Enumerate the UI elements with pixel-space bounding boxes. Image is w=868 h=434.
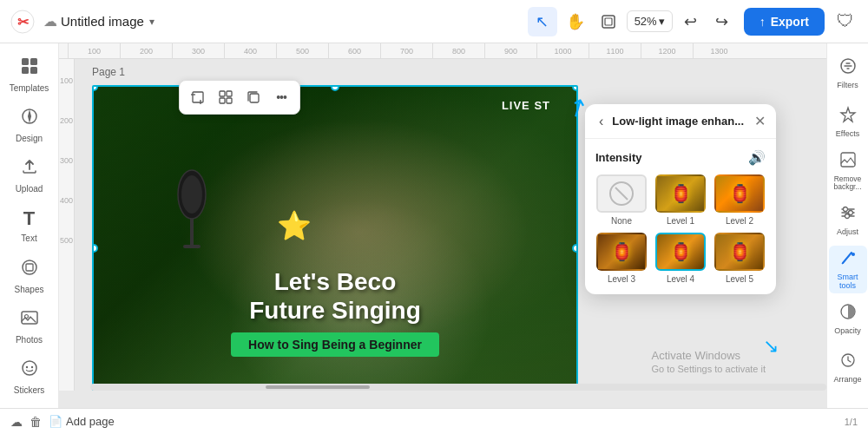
text-icon: T bbox=[23, 207, 35, 230]
filters-label: Filters bbox=[837, 82, 858, 90]
zoom-control[interactable]: 52% ▾ bbox=[627, 10, 673, 32]
frame-tool-btn[interactable] bbox=[594, 7, 623, 36]
rp-smart-tools[interactable]: Smart tools bbox=[829, 246, 867, 294]
redo-btn[interactable]: ↪ bbox=[707, 7, 737, 36]
rp-effects[interactable]: Effects bbox=[829, 99, 867, 146]
ruler-left: 100 200 300 400 500 bbox=[59, 59, 75, 391]
grid-btn[interactable] bbox=[213, 84, 239, 110]
rp-filters[interactable]: Filters bbox=[829, 50, 867, 97]
level-none-label: None bbox=[611, 216, 632, 226]
hand-tool-btn[interactable]: ✋ bbox=[561, 7, 590, 36]
star-decoration: ⭐ bbox=[277, 209, 312, 242]
svg-point-14 bbox=[25, 365, 27, 367]
app-logo[interactable]: ✂ bbox=[9, 8, 36, 36]
level-2[interactable]: 🏮 Level 2 bbox=[713, 174, 766, 226]
arrange-icon bbox=[839, 352, 857, 373]
duplicate-btn[interactable] bbox=[240, 84, 266, 110]
undo-btn[interactable]: ↩ bbox=[676, 7, 706, 36]
canvas-content[interactable]: LIVE ST ⭐ Let's BecoFuture Singing How t… bbox=[92, 85, 578, 391]
canvas-main-title: Let's BecoFuture Singing bbox=[102, 267, 568, 326]
lowlight-panel: ‹ Low-light image enhan... ✕ Intensity 🔊… bbox=[585, 104, 776, 294]
smart-tools-icon bbox=[839, 249, 857, 271]
sidebar-item-photos[interactable]: Photos bbox=[3, 302, 56, 351]
canvas-scrollbar[interactable] bbox=[90, 384, 826, 391]
save-to-cloud-btn[interactable]: ☁ bbox=[10, 415, 23, 429]
rp-adjust[interactable]: Adjust bbox=[829, 197, 867, 244]
photos-label: Photos bbox=[16, 335, 43, 345]
stickers-icon bbox=[20, 358, 39, 382]
volume-icon: 🔊 bbox=[748, 149, 766, 166]
add-page-btn[interactable]: 📄 Add page bbox=[49, 415, 115, 428]
opacity-label: Opacity bbox=[834, 327, 861, 336]
panel-back-button[interactable]: ‹ bbox=[595, 114, 607, 129]
topbar-tools: ↖ ✋ 52% ▾ ↩ ↪ bbox=[528, 7, 737, 36]
sidebar-item-upload[interactable]: Upload bbox=[3, 151, 56, 200]
svg-rect-25 bbox=[220, 98, 225, 103]
photos-icon bbox=[20, 308, 39, 332]
sidebar-item-stickers[interactable]: Stickers bbox=[3, 352, 56, 401]
canvas-sub-banner: How to Sing Being a Beginner bbox=[231, 332, 439, 357]
level-5[interactable]: 🏮 Level 5 bbox=[713, 233, 766, 284]
svg-rect-10 bbox=[26, 264, 33, 271]
scrollbar-thumb[interactable] bbox=[266, 385, 370, 389]
svg-rect-34 bbox=[841, 153, 855, 167]
panel-body: Intensity 🔊 None 🏮 bbox=[585, 139, 776, 294]
lantern-icon-5: 🏮 bbox=[729, 241, 751, 262]
mic-decoration bbox=[166, 151, 218, 273]
title-area[interactable]: ☁ Untitled image ▾ bbox=[43, 13, 155, 30]
lantern-icon-3: 🏮 bbox=[611, 241, 633, 262]
templates-icon bbox=[20, 56, 39, 80]
rp-opacity[interactable]: Opacity bbox=[829, 295, 867, 342]
level-1-thumb: 🏮 bbox=[655, 174, 706, 213]
crop-btn[interactable] bbox=[185, 84, 211, 110]
level-3[interactable]: 🏮 Level 3 bbox=[595, 233, 648, 284]
zoom-label: 52% bbox=[635, 15, 657, 28]
left-sidebar: Templates Design Upload T Text Shapes bbox=[0, 43, 59, 408]
adjust-icon bbox=[839, 204, 857, 226]
level-5-thumb: 🏮 bbox=[714, 233, 765, 271]
sidebar-item-templates[interactable]: Templates bbox=[3, 50, 56, 99]
sidebar-item-design[interactable]: Design bbox=[3, 101, 56, 149]
svg-point-41 bbox=[852, 253, 855, 256]
level-4-label: Level 4 bbox=[667, 274, 694, 284]
rp-arrange[interactable]: Arrange bbox=[829, 344, 867, 391]
svg-rect-3 bbox=[605, 18, 612, 25]
remove-bg-icon bbox=[839, 151, 857, 173]
right-panel: Filters Effects Remove backgr... Adjust … bbox=[826, 43, 868, 408]
templates-label: Templates bbox=[10, 83, 49, 94]
level-1[interactable]: 🏮 Level 1 bbox=[654, 174, 707, 226]
svg-marker-33 bbox=[841, 108, 855, 122]
level-4[interactable]: 🏮 Level 4 bbox=[654, 233, 707, 284]
select-tool-btn[interactable]: ↖ bbox=[528, 7, 557, 36]
svg-rect-7 bbox=[30, 67, 37, 74]
levels-grid: None 🏮 Level 1 🏮 Level 2 bbox=[595, 174, 766, 284]
level-3-label: Level 3 bbox=[608, 274, 635, 284]
panel-close-button[interactable]: ✕ bbox=[754, 113, 766, 129]
shapes-label: Shapes bbox=[15, 285, 44, 295]
svg-rect-20 bbox=[193, 92, 203, 102]
svg-rect-30 bbox=[190, 219, 194, 245]
level-none[interactable]: None bbox=[595, 174, 648, 226]
shield-icon[interactable]: 🛡 bbox=[832, 8, 859, 36]
delete-page-btn[interactable]: 🗑 bbox=[30, 415, 42, 429]
level-5-label: Level 5 bbox=[726, 274, 753, 284]
svg-rect-5 bbox=[30, 58, 37, 65]
sidebar-item-shapes[interactable]: Shapes bbox=[3, 252, 56, 300]
export-label: Export bbox=[771, 15, 809, 29]
remove-bg-label: Remove backgr... bbox=[831, 175, 865, 192]
export-button[interactable]: ↑ Export bbox=[744, 8, 825, 36]
sidebar-item-text[interactable]: T Text bbox=[3, 201, 56, 250]
live-badge: LIVE ST bbox=[502, 99, 550, 112]
lantern-icon-4: 🏮 bbox=[670, 241, 692, 262]
svg-point-40 bbox=[845, 214, 849, 218]
svg-text:✂: ✂ bbox=[17, 15, 30, 30]
svg-rect-27 bbox=[250, 94, 259, 102]
svg-point-29 bbox=[181, 175, 202, 214]
level-2-label: Level 2 bbox=[726, 216, 753, 226]
bottom-bar: ☁ 🗑 📄 Add page 1/1 bbox=[0, 408, 868, 434]
zoom-chevron: ▾ bbox=[659, 15, 665, 28]
level-3-thumb: 🏮 bbox=[596, 233, 647, 271]
panel-title: Low-light image enhan... bbox=[612, 115, 749, 128]
more-options-btn[interactable]: ••• bbox=[268, 84, 294, 110]
rp-remove-bg[interactable]: Remove backgr... bbox=[829, 148, 867, 195]
